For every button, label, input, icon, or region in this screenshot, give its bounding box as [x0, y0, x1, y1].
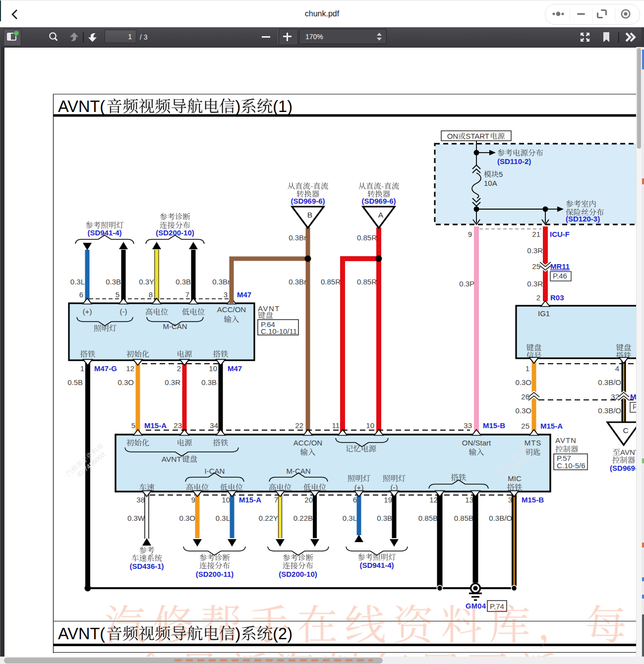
svg-text:0.3B: 0.3B [377, 514, 392, 522]
svg-text:26: 26 [521, 392, 529, 401]
svg-text:ICU-F: ICU-F [550, 230, 570, 238]
svg-text:9: 9 [191, 496, 195, 504]
svg-text:4: 4 [615, 364, 619, 373]
svg-text:0.3B: 0.3B [106, 277, 121, 286]
svg-text:AVNT(: AVNT( [58, 98, 105, 115]
svg-text:IG1: IG1 [538, 309, 550, 318]
svg-text:M47: M47 [228, 364, 242, 373]
svg-text:8: 8 [149, 290, 153, 299]
svg-text:0.3R: 0.3R [527, 279, 543, 288]
svg-text:0.3Br: 0.3Br [212, 277, 230, 286]
svg-text:M15-A: M15-A [239, 496, 261, 504]
svg-text:0.3B: 0.3B [201, 378, 217, 387]
svg-text:34: 34 [210, 421, 218, 430]
svg-text:(1): (1) [273, 98, 293, 115]
svg-text:0.3O: 0.3O [179, 514, 195, 522]
svg-text:0.3W: 0.3W [127, 514, 145, 522]
svg-text:1: 1 [80, 364, 84, 373]
svg-text:A: A [378, 211, 384, 219]
svg-text:0.3O: 0.3O [117, 378, 134, 387]
svg-text:25: 25 [532, 262, 540, 271]
svg-text:2: 2 [536, 293, 540, 302]
svg-text:0.85B: 0.85B [418, 514, 438, 522]
svg-text:(SD941-4): (SD941-4) [359, 561, 394, 569]
svg-text:MTS: MTS [525, 439, 542, 447]
svg-text:0.22B: 0.22B [293, 514, 313, 522]
svg-text:12: 12 [126, 364, 134, 373]
svg-text:AVNT: AVNT [162, 455, 182, 463]
svg-text:0.3R: 0.3R [165, 378, 180, 387]
svg-text:10: 10 [366, 421, 374, 430]
svg-text:(SD941-4): (SD941-4) [87, 228, 121, 237]
svg-text:13: 13 [465, 496, 473, 504]
svg-text:0.85R: 0.85R [321, 277, 341, 286]
svg-text:(SD969-6): (SD969-6) [361, 197, 396, 205]
svg-text:22: 22 [295, 421, 303, 430]
svg-text:10: 10 [222, 496, 230, 504]
svg-text:38: 38 [136, 496, 145, 504]
svg-text:(SD969-: (SD969- [610, 464, 638, 472]
svg-text:M-CAN: M-CAN [286, 467, 310, 475]
svg-text:M15-B: M15-B [483, 421, 505, 430]
svg-text:P.46: P.46 [553, 272, 567, 280]
svg-text:(+): (+) [83, 307, 92, 316]
svg-text:0.3Y: 0.3Y [139, 277, 154, 286]
svg-text:(SD436-1): (SD436-1) [129, 562, 164, 570]
svg-text:AVNT(: AVNT( [58, 625, 105, 643]
svg-text:ACC/ON: ACC/ON [217, 305, 246, 314]
svg-text:0.85R: 0.85R [357, 233, 377, 242]
svg-text:C.10-5/6: C.10-5/6 [557, 461, 585, 470]
svg-text:7: 7 [274, 496, 278, 504]
svg-text:(SD200-10): (SD200-10) [279, 570, 317, 578]
svg-text:M15-A: M15-A [540, 422, 563, 430]
svg-text:0.3B: 0.3B [176, 277, 191, 286]
svg-text:11: 11 [332, 421, 340, 430]
svg-text:ON/Start: ON/Start [462, 439, 491, 447]
svg-text:0.3Br: 0.3Br [289, 277, 306, 286]
svg-text:AVNT: AVNT [258, 304, 280, 313]
svg-text:M15-B: M15-B [522, 496, 544, 504]
svg-text:0.3L: 0.3L [343, 514, 357, 522]
svg-text:0.3P: 0.3P [459, 279, 474, 288]
svg-text:0.3L: 0.3L [70, 277, 85, 286]
svg-text:(SD200-11): (SD200-11) [196, 570, 234, 578]
svg-text:0.3R: 0.3R [527, 246, 543, 255]
svg-text:(SD120-3): (SD120-3) [566, 215, 600, 223]
svg-text:33: 33 [464, 421, 472, 430]
svg-text:I-CAN: I-CAN [205, 467, 225, 475]
svg-text:5: 5 [116, 290, 119, 299]
svg-text:): ) [235, 625, 241, 643]
svg-text:M47-G: M47-G [94, 364, 117, 373]
svg-text:5: 5 [499, 170, 503, 178]
svg-text:5: 5 [131, 421, 135, 430]
svg-text:12: 12 [429, 496, 438, 504]
svg-text:7: 7 [185, 290, 189, 299]
svg-text:0.3L: 0.3L [216, 514, 230, 522]
svg-text:AVTN: AVTN [555, 436, 577, 444]
svg-text:3: 3 [224, 290, 228, 299]
svg-text:0.5B: 0.5B [67, 378, 83, 387]
svg-text:P.74: P.74 [490, 602, 504, 610]
svg-text:21: 21 [532, 230, 540, 238]
svg-text:0.85B: 0.85B [454, 514, 473, 522]
svg-text:0.3B/O: 0.3B/O [598, 406, 621, 415]
svg-text:10: 10 [209, 364, 217, 373]
svg-text:0.85R: 0.85R [357, 277, 377, 286]
svg-text:32: 32 [611, 392, 619, 401]
svg-text:23: 23 [174, 421, 182, 430]
svg-text:1: 1 [526, 364, 529, 373]
svg-text:(SD200-10): (SD200-10) [156, 228, 194, 237]
svg-text:R03: R03 [550, 293, 564, 302]
svg-text:M15-A: M15-A [144, 421, 167, 430]
svg-text:2: 2 [177, 364, 181, 373]
svg-text:(+): (+) [354, 483, 364, 492]
svg-text:0.22Y: 0.22Y [259, 514, 278, 522]
svg-text:6: 6 [79, 290, 83, 299]
svg-text:(SD969-6): (SD969-6) [291, 197, 325, 205]
svg-text:): ) [235, 98, 241, 115]
svg-text:3: 3 [508, 496, 512, 504]
svg-text:6: 6 [353, 496, 357, 504]
svg-text:9: 9 [468, 230, 472, 238]
svg-text:C: C [623, 426, 628, 435]
svg-text:0.3Br: 0.3Br [289, 233, 306, 242]
